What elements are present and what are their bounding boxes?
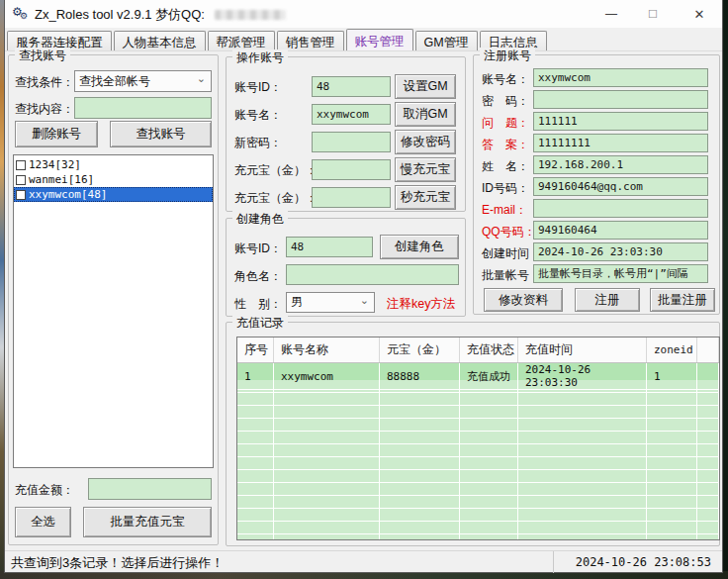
maximize-button[interactable]: ☐: [635, 0, 671, 28]
group-title: 查找账号: [15, 48, 70, 64]
tab-2[interactable]: 人物基本信息: [114, 31, 206, 51]
status-bar: 共查询到3条记录！选择后进行操作！ 2024-10-26 23:08:53: [5, 550, 722, 572]
gender-dropdown[interactable]: 男 ⌄: [286, 292, 375, 313]
operate-row: 账号名：取消GM: [227, 103, 465, 128]
register-row: 账号名：: [474, 68, 719, 87]
group-title: 充值记录: [232, 315, 288, 332]
tab-panel-divider: [5, 50, 722, 51]
modify-profile-button[interactable]: 修改资料: [484, 288, 563, 312]
batch-recharge-button[interactable]: 批量充值元宝: [83, 507, 212, 537]
operate-row-input[interactable]: [312, 104, 391, 125]
operate-row-input[interactable]: [312, 187, 391, 208]
register-row-input[interactable]: [533, 112, 708, 131]
register-row: QQ号码：: [474, 221, 719, 240]
table-empty-row: [237, 470, 719, 483]
account-list-item[interactable]: wanmei[16]: [14, 172, 213, 187]
operate-row-input[interactable]: [312, 159, 391, 180]
account-label: wanmei[16]: [29, 173, 94, 186]
register-row: 问 题：: [474, 112, 719, 131]
desktop-background: ⚙⚙ Zx_Roles tool v2.9.1 梦仿QQ: — ☐ ✕ 服务器连…: [0, 0, 728, 579]
table-empty-row: [237, 483, 719, 496]
tab-6[interactable]: GM管理: [415, 31, 478, 51]
recharge-table: 序号账号名称元宝（金）充值状态充值时间zoneid 1xxymwcom88888…: [236, 337, 720, 540]
title-bar: ⚙⚙ Zx_Roles tool v2.9.1 梦仿QQ: — ☐ ✕: [5, 0, 722, 28]
desktop-edge-right: [721, 0, 728, 579]
find-account-button[interactable]: 查找账号: [110, 121, 212, 147]
operate-row-button[interactable]: 取消GM: [395, 102, 456, 127]
register-row-input[interactable]: [533, 199, 708, 218]
operate-row-input[interactable]: [312, 132, 391, 152]
table-empty-row: [237, 496, 719, 509]
select-all-button[interactable]: 全选: [15, 507, 71, 537]
register-row-input[interactable]: [533, 177, 708, 196]
table-header-cell: zoneid: [647, 338, 697, 362]
chevron-down-icon: ⌄: [360, 294, 369, 307]
register-row-input[interactable]: [533, 90, 708, 109]
account-checkbox[interactable]: [16, 190, 26, 200]
table-header-cell: 充值时间: [518, 338, 647, 362]
role-account-id-label: 账号ID：: [234, 241, 282, 257]
table-row[interactable]: 1xxymwcom88888充值成功2024-10-26 23:03:301: [237, 363, 719, 380]
censored-qq-number: [215, 10, 286, 20]
register-row-input[interactable]: [533, 242, 708, 261]
register-row-label: 姓 名：: [482, 158, 529, 175]
account-checkbox[interactable]: [16, 175, 26, 185]
register-row-input[interactable]: [533, 134, 708, 152]
operate-row-input[interactable]: [312, 76, 391, 97]
register-row: 批量帐号：: [474, 264, 719, 283]
account-list-item[interactable]: 1234[32]: [14, 157, 213, 172]
group-title: 注册账号: [480, 48, 535, 64]
register-row: ID号码：: [474, 177, 719, 196]
role-account-id-input[interactable]: [286, 237, 373, 257]
key-note-text: 注释key方法: [387, 296, 455, 313]
table-empty-row: [237, 534, 719, 540]
register-account-group: 注册账号 账号名：密 码：问 题：答 案：姓 名：ID号码：E-mail：QQ号…: [473, 54, 720, 315]
table-empty-row: [237, 509, 719, 522]
find-condition-label: 查找条件：: [15, 74, 74, 91]
register-row: 答 案：: [474, 134, 719, 152]
tab-5[interactable]: 账号管理: [346, 29, 413, 51]
tab-3[interactable]: 帮派管理: [208, 31, 275, 51]
recharge-amount-input[interactable]: [88, 478, 212, 500]
account-checkbox[interactable]: [16, 160, 26, 170]
app-window: ⚙⚙ Zx_Roles tool v2.9.1 梦仿QQ: — ☐ ✕ 服务器连…: [5, 0, 722, 572]
operate-row-button[interactable]: 修改密码: [395, 130, 456, 154]
table-header-cell: 元宝（金）: [380, 338, 460, 362]
table-empty-row: [237, 444, 719, 457]
create-role-button[interactable]: 创建角色: [380, 235, 459, 259]
find-condition-dropdown[interactable]: 查找全部帐号 ⌄: [74, 70, 212, 92]
delete-account-button[interactable]: 删除账号: [15, 121, 98, 147]
role-name-label: 角色名：: [234, 268, 282, 285]
table-empty-row: [237, 393, 719, 406]
register-row-input[interactable]: [533, 221, 708, 240]
operate-row-label: 账号ID：: [234, 79, 282, 96]
operate-row: 账号ID：设置GM: [227, 75, 465, 100]
tab-4[interactable]: 销售管理: [277, 31, 344, 51]
operate-row-button[interactable]: 秒充元宝: [395, 185, 456, 210]
status-message: 共查询到3条记录！选择后进行操作！: [11, 554, 224, 572]
register-row-input[interactable]: [533, 68, 708, 87]
minimize-button[interactable]: —: [593, 0, 629, 28]
register-button[interactable]: 注册: [575, 288, 640, 312]
account-listbox[interactable]: 1234[32]wanmei[16]xxymwcom[48]: [13, 154, 214, 468]
table-header-cell: 充值状态: [460, 338, 518, 362]
role-name-input[interactable]: [286, 264, 459, 285]
table-empty-row: [237, 522, 719, 534]
operate-row-button[interactable]: 设置GM: [395, 74, 456, 99]
register-row: 密 码：: [474, 90, 719, 109]
batch-register-button[interactable]: 批量注册: [650, 288, 715, 312]
find-content-label: 查找内容：: [15, 101, 74, 118]
find-condition-value: 查找全部帐号: [79, 73, 150, 90]
close-button[interactable]: ✕: [682, 0, 717, 28]
account-list-item[interactable]: xxymwcom[48]: [14, 187, 213, 202]
table-empty-row: [237, 406, 719, 419]
operate-row-button[interactable]: 慢充元宝: [395, 157, 456, 182]
register-row-input[interactable]: [533, 155, 708, 174]
register-row-input[interactable]: [533, 264, 708, 283]
account-label: 1234[32]: [29, 158, 81, 171]
operate-row-label: 充元宝（金）：: [234, 162, 318, 179]
register-row-label: 账号名：: [482, 71, 529, 88]
find-content-input[interactable]: [74, 97, 212, 119]
status-clock: 2024-10-26 23:08:53: [553, 551, 719, 573]
operate-row: 新密码：修改密码: [227, 131, 465, 155]
